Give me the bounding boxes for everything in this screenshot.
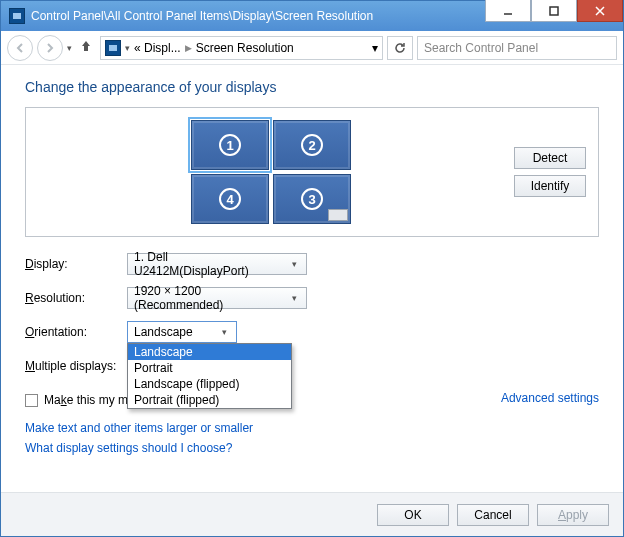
monitor-2[interactable]: 2 (273, 120, 351, 170)
ok-button[interactable]: OK (377, 504, 449, 526)
arrow-up-icon (79, 39, 93, 53)
apply-button: Apply (537, 504, 609, 526)
minimize-icon (503, 6, 513, 16)
recent-locations-button[interactable]: ▾ (67, 43, 72, 53)
keyboard-icon (328, 209, 348, 221)
close-button[interactable] (577, 0, 623, 22)
chevron-down-icon: ▾ (287, 259, 302, 269)
identify-button[interactable]: Identify (514, 175, 586, 197)
orientation-option[interactable]: Portrait (128, 360, 291, 376)
monitor-3[interactable]: 3 (273, 174, 351, 224)
window-buttons (485, 1, 623, 31)
chevron-down-icon[interactable]: ▾ (372, 41, 378, 55)
orientation-option[interactable]: Landscape (128, 344, 291, 360)
orientation-dropdown: Landscape Portrait Landscape (flipped) P… (127, 343, 292, 409)
which-settings-link[interactable]: What display settings should I choose? (25, 441, 599, 455)
resolution-label: Resolution: (25, 291, 127, 305)
refresh-button[interactable] (387, 36, 413, 60)
resolution-value: 1920 × 1200 (Recommended) (134, 284, 281, 312)
svg-rect-1 (550, 7, 558, 15)
orientation-option[interactable]: Landscape (flipped) (128, 376, 291, 392)
page-heading: Change the appearance of your displays (25, 79, 599, 95)
breadcrumb-1[interactable]: « Displ... (134, 41, 181, 55)
cancel-button[interactable]: Cancel (457, 504, 529, 526)
monitor-4[interactable]: 4 (191, 174, 269, 224)
footer: OK Cancel Apply (1, 492, 623, 536)
minimize-button[interactable] (485, 0, 531, 22)
up-button[interactable] (76, 39, 96, 56)
search-input[interactable]: Search Control Panel (417, 36, 617, 60)
content: Change the appearance of your displays 1… (1, 65, 623, 492)
titlebar: Control Panel\All Control Panel Items\Di… (1, 1, 623, 31)
advanced-settings-link[interactable]: Advanced settings (501, 391, 599, 405)
chevron-down-icon: ▾ (287, 293, 302, 303)
resolution-combo[interactable]: 1920 × 1200 (Recommended) ▾ (127, 287, 307, 309)
orientation-label: Orientation: (25, 325, 127, 339)
refresh-icon (393, 41, 407, 55)
chevron-down-icon: ▾ (216, 327, 232, 337)
display-combo[interactable]: 1. Dell U2412M(DisplayPort) ▾ (127, 253, 307, 275)
arrow-left-icon (14, 42, 26, 54)
chevron-right-icon: ▶ (185, 43, 192, 53)
address-bar[interactable]: ▾ « Displ... ▶ Screen Resolution ▾ (100, 36, 383, 60)
window: Control Panel\All Control Panel Items\Di… (0, 0, 624, 537)
search-placeholder: Search Control Panel (424, 41, 538, 55)
multiple-label: Multiple displays: (25, 359, 127, 373)
display-label: Display: (25, 257, 127, 271)
detect-button[interactable]: Detect (514, 147, 586, 169)
display-value: 1. Dell U2412M(DisplayPort) (134, 250, 281, 278)
maximize-icon (549, 6, 559, 16)
main-display-label: Make this my m (44, 393, 128, 407)
main-display-checkbox[interactable]: Make this my m (25, 393, 128, 407)
orientation-combo[interactable]: Landscape ▾ Landscape Portrait Landscape… (127, 321, 237, 343)
display-preview: 1 2 4 3 Detect Identify (25, 107, 599, 237)
chevron-icon: ▾ (125, 43, 130, 53)
window-title: Control Panel\All Control Panel Items\Di… (31, 9, 485, 23)
back-button[interactable] (7, 35, 33, 61)
orientation-option[interactable]: Portrait (flipped) (128, 392, 291, 408)
arrow-right-icon (44, 42, 56, 54)
breadcrumb-2[interactable]: Screen Resolution (196, 41, 294, 55)
display-icon (9, 8, 25, 24)
navbar: ▾ ▾ « Displ... ▶ Screen Resolution ▾ Sea… (1, 31, 623, 65)
close-icon (595, 6, 605, 16)
forward-button[interactable] (37, 35, 63, 61)
display-icon (105, 40, 121, 56)
text-size-link[interactable]: Make text and other items larger or smal… (25, 421, 599, 435)
monitors-area[interactable]: 1 2 4 3 (38, 120, 504, 224)
maximize-button[interactable] (531, 0, 577, 22)
monitor-1[interactable]: 1 (191, 120, 269, 170)
orientation-value: Landscape (134, 325, 193, 339)
checkbox-icon (25, 394, 38, 407)
